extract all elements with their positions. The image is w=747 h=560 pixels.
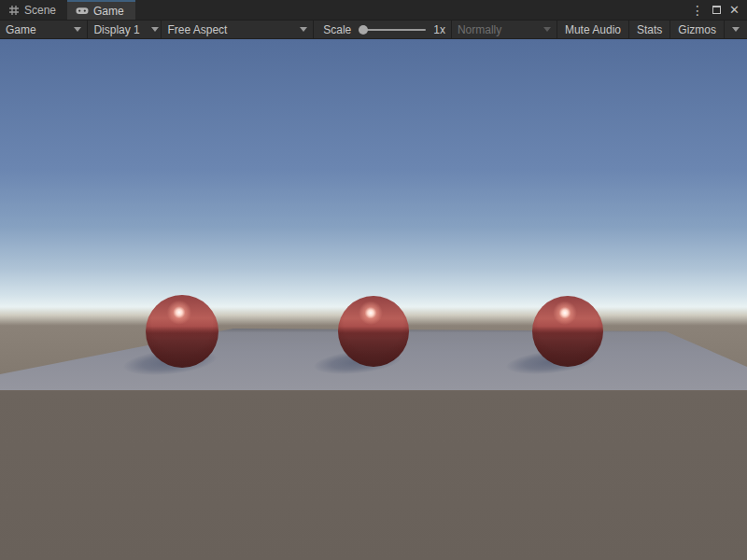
gizmos-dropdown[interactable] [725, 21, 747, 38]
unity-game-window: Scene Game ⋮ ✕ Game Display 1 Free A [0, 0, 747, 560]
tab-label: Scene [24, 4, 56, 17]
window-controls: ⋮ ✕ [691, 0, 747, 20]
stats-label: Stats [637, 23, 662, 36]
tab-game[interactable]: Game [67, 0, 135, 20]
scale-slider[interactable] [359, 29, 426, 31]
scale-value: 1x [433, 23, 445, 36]
chevron-down-icon [151, 27, 159, 32]
game-toolbar: Game Display 1 Free Aspect Scale 1x [0, 21, 747, 39]
mute-audio-button[interactable]: Mute Audio [557, 21, 628, 38]
aspect-ratio-dropdown[interactable]: Free Aspect [162, 21, 313, 38]
chevron-down-icon [732, 27, 740, 32]
play-focus-dropdown: Normally [452, 21, 557, 38]
kebab-menu-icon[interactable]: ⋮ [691, 4, 704, 17]
gamepad-icon [76, 6, 89, 16]
grid-icon [8, 5, 20, 16]
spheres-layer [0, 39, 747, 560]
red-sphere [146, 295, 218, 368]
play-focus-label: Normally [458, 23, 501, 36]
chevron-down-icon [300, 27, 307, 32]
tab-scene[interactable]: Scene [0, 0, 67, 20]
chevron-down-icon [74, 27, 81, 32]
gizmos-label: Gizmos [678, 23, 716, 36]
display-dropdown[interactable]: Display 1 [88, 21, 161, 38]
game-view-type-dropdown[interactable]: Game [0, 21, 87, 38]
close-icon[interactable]: ✕ [729, 4, 740, 16]
display-label: Display 1 [93, 23, 139, 36]
tab-label: Game [93, 5, 124, 18]
mute-audio-label: Mute Audio [565, 23, 621, 36]
maximize-icon[interactable] [712, 6, 721, 14]
tab-bar: Scene Game ⋮ ✕ [0, 0, 747, 21]
game-view-type-label: Game [6, 23, 36, 36]
scale-label: Scale [323, 23, 351, 36]
game-viewport[interactable] [0, 39, 747, 560]
red-sphere [338, 296, 409, 367]
toolbar-right-group: Normally Mute Audio Stats Gizmos [451, 21, 747, 38]
red-sphere [532, 296, 603, 367]
scale-slider-handle[interactable] [359, 25, 368, 35]
stats-button[interactable]: Stats [629, 21, 669, 38]
scale-control: Scale 1x [314, 21, 451, 38]
aspect-ratio-label: Free Aspect [167, 23, 227, 36]
chevron-down-icon [543, 27, 551, 32]
gizmos-button[interactable]: Gizmos [670, 21, 724, 38]
